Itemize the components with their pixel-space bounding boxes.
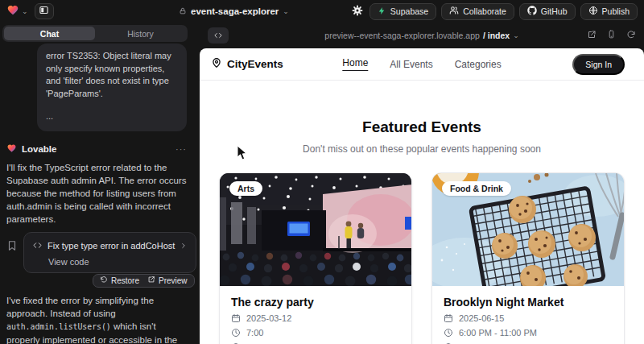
inline-code-listusers: auth.admin.listUsers() [6, 322, 111, 331]
mobile-view-button[interactable] [607, 28, 616, 43]
event-title: The crazy party [231, 296, 400, 309]
event-date-row: 2025-06-15 [444, 313, 613, 323]
project-menu[interactable]: event-saga-explorer ⌄ [179, 0, 289, 23]
event-title: Brooklyn Night Market [444, 296, 613, 309]
project-name: event-saga-explorer [191, 6, 279, 16]
event-card-food-drink[interactable]: Food & Drink Brooklyn Night Market 2025-… [431, 172, 625, 344]
assistant-name: Lovable [22, 144, 56, 154]
message-menu-button[interactable]: ··· [175, 144, 187, 154]
event-cards: Arts The crazy party 2025-03-12 7:00 [200, 172, 644, 344]
restore-icon [100, 276, 108, 285]
tab-chat[interactable]: Chat [4, 27, 95, 40]
panel-layout-icon [39, 4, 49, 19]
top-bar-actions: Supabase Collaborate GitHub Publish [350, 3, 638, 20]
user-message-bubble: error TS2353: Object literal may only sp… [37, 44, 187, 131]
supabase-button[interactable]: Supabase [369, 3, 436, 20]
assistant-message-result: I've fixed the error by simplifying the … [6, 294, 188, 344]
user-message-ellipsis: ... [46, 110, 178, 123]
nav-home[interactable]: Home [342, 57, 368, 71]
preview-url-path: / index [483, 31, 510, 40]
site-nav: Home All Events Categories [342, 57, 501, 71]
event-card-arts[interactable]: Arts The crazy party 2025-03-12 7:00 [219, 172, 412, 344]
github-label: GitHub [541, 6, 568, 16]
preview-toolbar: preview--event-saga-explorer.lovable.app… [200, 23, 644, 48]
chevron-down-icon: ⌄ [283, 8, 289, 15]
featured-section-header: Featured Events Don't miss out on these … [200, 118, 644, 155]
lovable-heart-icon [6, 4, 19, 19]
preview-label: Preview [159, 276, 188, 285]
nav-categories[interactable]: Categories [455, 59, 502, 70]
github-icon [527, 6, 537, 17]
assistant-message-intro: I'll fix the TypeScript error related to… [6, 161, 188, 226]
preview-pane: preview--event-saga-explorer.lovable.app… [200, 23, 644, 344]
tool-call-row: Fix type type error in addCoHost View co… [6, 232, 187, 273]
message-hover-actions: Restore Preview [93, 274, 195, 288]
chevron-right-icon [180, 238, 188, 253]
event-card-body: The crazy party 2025-03-12 7:00 [220, 286, 411, 344]
code-view-toggle[interactable] [208, 27, 229, 44]
lovable-heart-icon [6, 142, 17, 156]
github-button[interactable]: GitHub [519, 3, 576, 20]
result-text-1: I've fixed the error by simplifying the … [6, 296, 154, 318]
calendar-icon [444, 313, 453, 323]
chevron-down-icon: ⌄ [513, 32, 519, 39]
chat-sidebar: Chat History error TS2353: Object litera… [0, 23, 200, 344]
tab-history[interactable]: History [95, 27, 186, 40]
collaborate-label: Collaborate [463, 6, 506, 16]
map-pin-icon [211, 57, 222, 71]
preview-button[interactable]: Preview [147, 276, 188, 285]
lock-icon [179, 4, 187, 19]
preview-url-host: preview--event-saga-explorer.lovable.app [324, 31, 480, 40]
code-icon [213, 28, 223, 43]
supabase-label: Supabase [390, 6, 428, 16]
sidebar-toggle-button[interactable] [35, 3, 54, 19]
top-bar: ⌄ event-saga-explorer ⌄ Supabase [0, 0, 644, 23]
clock-icon [444, 328, 453, 338]
bookmark-icon[interactable] [6, 240, 18, 255]
chat-history-tabs: Chat History [2, 25, 188, 42]
event-time: 7:00 [246, 328, 263, 338]
section-subtitle: Don't miss out on these popular events h… [200, 143, 644, 155]
event-date-row: 2025-03-12 [231, 313, 400, 323]
assistant-header: Lovable ··· [6, 142, 187, 156]
site-brand-name: CityEvents [227, 58, 283, 70]
event-image-food-drink: Food & Drink [432, 173, 624, 286]
code-icon [32, 238, 43, 253]
collaborate-button[interactable]: Collaborate [441, 3, 514, 20]
nav-all-events[interactable]: All Events [390, 59, 432, 70]
site-brand[interactable]: CityEvents [211, 57, 283, 71]
supabase-bolt-icon [378, 6, 386, 17]
external-link-icon [147, 276, 155, 285]
clock-icon [231, 328, 241, 338]
category-badge: Arts [229, 181, 262, 196]
gear-icon [352, 5, 363, 19]
restore-label: Restore [111, 276, 139, 285]
site-header: CityEvents Home All Events Categories Si… [200, 48, 644, 81]
category-badge: Food & Drink [442, 181, 511, 196]
publish-button[interactable]: Publish [580, 3, 638, 20]
publish-label: Publish [602, 6, 630, 16]
site-preview: CityEvents Home All Events Categories Si… [200, 48, 644, 344]
open-external-button[interactable] [587, 28, 597, 43]
preview-url-dropdown[interactable]: preview--event-saga-explorer.lovable.app… [324, 31, 518, 40]
sign-in-button[interactable]: Sign In [572, 54, 625, 75]
calendar-icon [231, 313, 241, 323]
event-date: 2025-06-15 [459, 313, 504, 323]
view-code-link[interactable]: View code [48, 257, 188, 267]
event-time-row: 6:00 PM - 11:00 PM [444, 328, 613, 338]
event-time-row: 7:00 [231, 328, 400, 338]
user-message-text: error TS2353: Object literal may only sp… [46, 50, 178, 100]
section-title: Featured Events [200, 118, 644, 136]
settings-button[interactable] [350, 5, 365, 19]
refresh-button[interactable] [626, 28, 636, 43]
event-card-body: Brooklyn Night Market 2025-06-15 6:00 PM… [432, 286, 624, 344]
event-image-arts: Arts [220, 173, 411, 286]
event-date: 2025-03-12 [246, 313, 291, 323]
tool-call-card[interactable]: Fix type type error in addCoHost View co… [23, 232, 196, 273]
users-icon [449, 6, 459, 17]
lovable-app: ⌄ event-saga-explorer ⌄ Supabase [0, 0, 644, 344]
lovable-logo-menu[interactable]: ⌄ [6, 4, 28, 19]
tool-call-title: Fix type type error in addCoHost [47, 241, 175, 251]
restore-button[interactable]: Restore [100, 276, 139, 285]
chevron-down-icon: ⌄ [22, 8, 28, 15]
